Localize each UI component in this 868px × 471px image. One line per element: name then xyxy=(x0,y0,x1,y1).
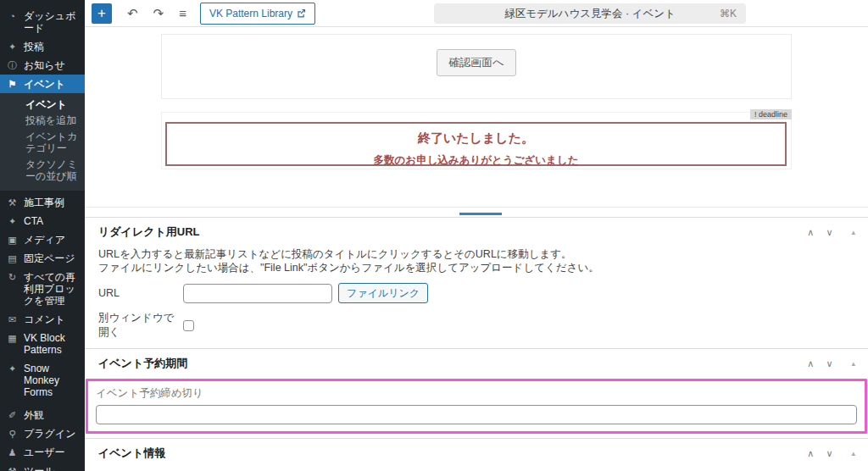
plugin-icon: ⚲ xyxy=(7,428,18,440)
media-icon: ▣ xyxy=(7,234,18,246)
redirect-description: URLを入力すると最新記事リストなどに投稿のタイトルにクリックするとそのURLに… xyxy=(98,247,854,274)
metabox-header[interactable]: リダイレクト用URL ∧ ∨ ▴ xyxy=(85,218,868,246)
url-field-row: URL ファイルリンク xyxy=(98,283,854,303)
sidebar-item-appearance[interactable]: ✐ 外観 xyxy=(0,406,85,424)
list-view-icon[interactable]: ≡ xyxy=(179,6,186,20)
metabox-event-reservation: イベント予約期間 ∧ ∨ ▴ イベント予約締め切り xyxy=(85,348,868,434)
form-block: 確認画面へ xyxy=(161,34,792,99)
info-icon: ⓘ xyxy=(7,59,18,71)
metabox-area: リダイレクト用URL ∧ ∨ ▴ URLを入力すると最新記事リストなどに投稿のタ… xyxy=(85,217,868,471)
sidebar-item-tools[interactable]: ⚒ ツール xyxy=(0,462,85,471)
editor-canvas: 確認画面へ ! deadline 終了いたしました。 多数のお申し込みありがとう… xyxy=(85,27,868,208)
sidebar-item-posts[interactable]: ✦ 投稿 xyxy=(0,37,85,56)
editor-main: + ↶ ↷ ≡ VK Pattern Library 緑区モデルハウス見学会 ·… xyxy=(85,0,868,471)
deadline-subtitle: 多数のお申し込みありがとうございました xyxy=(167,153,785,168)
move-up-icon[interactable]: ∧ xyxy=(801,448,820,459)
reusable-blocks-icon: ↻ xyxy=(7,271,18,283)
submenu-item-events[interactable]: イベント xyxy=(0,97,85,113)
comments-icon: ✉ xyxy=(7,313,18,325)
move-down-icon[interactable]: ∨ xyxy=(820,448,838,459)
toggle-panel-icon[interactable]: ▴ xyxy=(845,359,861,368)
sidebar-item-label: プラグイン xyxy=(24,428,75,440)
admin-sidebar: ◔ ダッシュボード ✦ 投稿 ⓘ お知らせ ⚑ イベント イベント 投稿を追加 … xyxy=(0,0,85,471)
redirect-description-line1: URLを入力すると最新記事リストなどに投稿のタイトルにクリックするとそのURLに… xyxy=(98,247,854,261)
metabox-header[interactable]: イベント情報 ∧ ∨ ▴ xyxy=(85,439,868,467)
sidebar-item-users[interactable]: ♟ ユーザー xyxy=(0,443,85,462)
sidebar-item-label: CTA xyxy=(24,215,43,227)
file-link-button[interactable]: ファイルリンク xyxy=(338,283,428,303)
metabox-title: イベント予約期間 xyxy=(98,356,801,371)
dashboard-icon: ◔ xyxy=(7,10,18,22)
tools-icon: ⚒ xyxy=(7,465,18,471)
pushpin-icon: ✦ xyxy=(7,41,18,53)
pushpin-icon: ✦ xyxy=(7,215,18,227)
sidebar-item-label: ダッシュボード xyxy=(24,10,81,34)
sidebar-item-label: メディア xyxy=(24,234,65,246)
metabox-resize-handle[interactable] xyxy=(459,213,502,215)
editor-topbar: + ↶ ↷ ≡ VK Pattern Library 緑区モデルハウス見学会 ·… xyxy=(85,0,868,27)
sidebar-item-vk-block-patterns[interactable]: ▦ VK Block Patterns xyxy=(0,329,85,359)
submenu-item-event-category[interactable]: イベントカテゴリー xyxy=(0,129,85,157)
events-submenu: イベント 投稿を追加 イベントカテゴリー タクソノミーの並び順 xyxy=(0,93,85,191)
external-link-icon xyxy=(297,8,306,18)
wordpress-admin: ◔ ダッシュボード ✦ 投稿 ⓘ お知らせ ⚑ イベント イベント 投稿を追加 … xyxy=(0,0,868,471)
toggle-panel-icon[interactable]: ▴ xyxy=(845,449,861,457)
sidebar-item-label: 固定ページ xyxy=(24,252,75,264)
redirect-description-line2: ファイルにリンクしたい場合は、"File Link"ボタンからファイルを選択して… xyxy=(98,261,854,274)
submenu-item-add-post[interactable]: 投稿を追加 xyxy=(0,113,85,129)
sidebar-item-reusable-blocks[interactable]: ↻ すべての再利用ブロックを管理 xyxy=(0,268,85,310)
vk-pattern-library-label: VK Pattern Library xyxy=(209,8,292,19)
document-title: 緑区モデルハウス見学会 · イベント xyxy=(504,7,676,21)
sidebar-item-comments[interactable]: ✉ コメント xyxy=(0,310,85,329)
user-icon: ♟ xyxy=(7,446,18,458)
url-input[interactable] xyxy=(183,284,332,303)
sidebar-item-media[interactable]: ▣ メディア xyxy=(0,230,85,249)
deadline-message-box: 終了いたしました。 多数のお申し込みありがとうございました xyxy=(165,122,787,166)
sidebar-item-snow-monkey-forms[interactable]: ✦ Snow Monkey Forms xyxy=(0,359,85,402)
deadline-title: 終了いたしました。 xyxy=(167,130,785,147)
sidebar-item-events[interactable]: ⚑ イベント xyxy=(0,75,85,93)
reservation-deadline-highlight: イベント予約締め切り xyxy=(86,379,867,434)
undo-icon[interactable]: ↶ xyxy=(127,6,138,21)
reservation-deadline-input[interactable] xyxy=(96,405,857,424)
sidebar-item-plugins[interactable]: ⚲ プラグイン xyxy=(0,424,85,443)
sidebar-item-label: ツール xyxy=(24,465,55,471)
confirm-screen-button[interactable]: 確認画面へ xyxy=(437,49,515,76)
sidebar-item-label: VK Block Patterns xyxy=(24,332,81,356)
vk-pattern-library-button[interactable]: VK Pattern Library xyxy=(200,3,315,25)
metabox-redirect-url: リダイレクト用URL ∧ ∨ ▴ URLを入力すると最新記事リストなどに投稿のタ… xyxy=(85,217,868,348)
metabox-body: URLを入力すると最新記事リストなどに投稿のタイトルにクリックするとそのURLに… xyxy=(85,247,868,348)
active-item-arrow xyxy=(80,80,85,88)
sidebar-item-label: コメント xyxy=(24,313,65,325)
deadline-block[interactable]: ! deadline 終了いたしました。 多数のお申し込みありがとうございました xyxy=(161,112,792,169)
command-palette-button[interactable]: 緑区モデルハウス見学会 · イベント ⌘K xyxy=(434,3,746,24)
wrench-icon: ⚒ xyxy=(7,197,18,208)
move-down-icon[interactable]: ∨ xyxy=(820,358,838,369)
redo-icon[interactable]: ↷ xyxy=(153,6,164,21)
move-up-icon[interactable]: ∧ xyxy=(801,227,820,238)
sidebar-item-label: ユーザー xyxy=(24,446,65,458)
sidebar-item-construction-cases[interactable]: ⚒ 施工事例 xyxy=(0,193,85,212)
sidebar-item-pages[interactable]: ▤ 固定ページ xyxy=(0,249,85,268)
metabox-title: イベント情報 xyxy=(98,446,801,461)
open-new-window-checkbox[interactable] xyxy=(183,320,194,331)
sidebar-item-cta[interactable]: ✦ CTA xyxy=(0,212,85,230)
move-up-icon[interactable]: ∧ xyxy=(801,358,820,369)
pages-icon: ▤ xyxy=(7,252,18,264)
sidebar-item-news[interactable]: ⓘ お知らせ xyxy=(0,56,85,75)
sidebar-item-label: 施工事例 xyxy=(24,197,64,208)
metabox-header[interactable]: イベント予約期間 ∧ ∨ ▴ xyxy=(85,349,868,377)
deadline-block-badge: ! deadline xyxy=(750,109,792,119)
move-down-icon[interactable]: ∨ xyxy=(820,227,838,238)
sidebar-item-dashboard[interactable]: ◔ ダッシュボード xyxy=(0,7,85,37)
submenu-item-taxonomy-order[interactable]: タクソノミーの並び順 xyxy=(0,157,85,185)
brush-icon: ✐ xyxy=(7,409,18,421)
add-block-button[interactable]: + xyxy=(92,3,112,24)
grid-icon: ▦ xyxy=(7,332,18,344)
sidebar-item-label: お知らせ xyxy=(24,59,65,71)
open-new-window-label: 別ウィンドウで開く xyxy=(98,311,183,340)
open-new-window-row: 別ウィンドウで開く xyxy=(98,311,854,340)
sidebar-item-label: 外観 xyxy=(24,409,44,421)
toggle-panel-icon[interactable]: ▴ xyxy=(845,228,861,236)
sidebar-item-label: すべての再利用ブロックを管理 xyxy=(24,271,81,307)
